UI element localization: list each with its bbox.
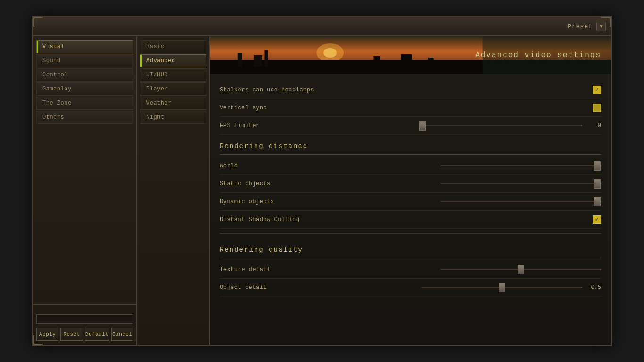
- setting-row-static-objects: Static objects: [220, 175, 601, 193]
- sidebar-item-label: The Zone: [42, 100, 72, 107]
- setting-row-dynamic-objects: Dynamic objects: [220, 193, 601, 211]
- tab-weather[interactable]: Weather: [140, 97, 206, 110]
- world-slider-track[interactable]: [441, 165, 601, 166]
- fps-slider-container: 0: [422, 123, 601, 129]
- texture-slider-track[interactable]: [441, 269, 601, 270]
- section-title: Rendering distance: [220, 142, 308, 150]
- setting-control: [441, 183, 601, 184]
- sidebar-item-label: Sound: [42, 58, 61, 64]
- setting-control: [441, 269, 601, 270]
- tab-advanced[interactable]: Advanced: [140, 54, 206, 67]
- corner-tl: [33, 17, 43, 27]
- sidebar-item-label: Visual: [42, 43, 64, 50]
- rendering-quality-header: Rendering quality: [220, 239, 601, 258]
- setting-label: Texture detail: [220, 266, 441, 273]
- tab-label: UI/HUD: [146, 72, 168, 78]
- setting-label: Stalkers can use headlamps: [220, 87, 593, 93]
- fps-value: 0: [587, 123, 601, 129]
- setting-control: [441, 165, 601, 166]
- svg-rect-5: [254, 55, 262, 67]
- headlamps-checkbox[interactable]: ✓: [593, 86, 601, 94]
- setting-label: FPS Limiter: [220, 123, 422, 129]
- preset-label: Preset: [568, 23, 593, 30]
- cancel-button[interactable]: Cancel: [111, 328, 133, 341]
- setting-row-headlamps: Stalkers can use headlamps ✓: [220, 81, 601, 99]
- sidebar-item-sound[interactable]: Sound: [36, 54, 133, 67]
- setting-label: Object detail: [220, 284, 422, 291]
- object-detail-slider-track[interactable]: [422, 287, 582, 288]
- object-detail-slider-thumb[interactable]: [499, 283, 505, 292]
- settings-title: Advanced video settings: [475, 51, 601, 59]
- check-mark: ✓: [595, 86, 598, 93]
- setting-row-fps-limiter: FPS Limiter 0: [220, 117, 601, 135]
- setting-label: Vertical sync: [220, 105, 593, 111]
- sidebar-item-label: Control: [42, 72, 68, 78]
- dynamic-slider-track[interactable]: [441, 201, 601, 202]
- distant-shadow-checkbox[interactable]: ✓: [593, 215, 601, 224]
- setting-row-object-detail: Object detail 0.5: [220, 279, 601, 296]
- setting-control: [441, 201, 601, 202]
- fps-slider-track[interactable]: [422, 125, 582, 126]
- progress-bar: [36, 314, 133, 324]
- settings-header: Advanced video settings: [210, 36, 611, 74]
- sidebar-item-visual[interactable]: Visual: [36, 40, 133, 53]
- static-slider-track[interactable]: [441, 183, 601, 184]
- svg-point-2: [323, 48, 337, 58]
- action-buttons: Apply Reset Default Cancel: [36, 328, 133, 341]
- svg-rect-9: [428, 58, 434, 67]
- sidebar-item-label: Gameplay: [42, 86, 72, 92]
- tab-label: Advanced: [146, 58, 175, 64]
- dynamic-slider-thumb[interactable]: [594, 197, 601, 206]
- setting-row-world: World: [220, 157, 601, 175]
- nav-tabs: Visual Sound Control Gameplay The Zone O…: [33, 36, 136, 304]
- tab-night[interactable]: Night: [140, 111, 206, 124]
- setting-control: ✓: [593, 86, 601, 94]
- setting-label: Static objects: [220, 181, 441, 187]
- bottom-bar: Apply Reset Default Cancel: [33, 304, 136, 345]
- left-panel: Visual Sound Control Gameplay The Zone O…: [33, 36, 137, 345]
- fps-slider-thumb[interactable]: [419, 121, 426, 131]
- svg-rect-8: [401, 54, 412, 67]
- tab-label: Player: [146, 86, 168, 92]
- tab-player[interactable]: Player: [140, 82, 206, 96]
- sidebar-item-the-zone[interactable]: The Zone: [36, 97, 133, 110]
- setting-control: 0.5: [422, 284, 601, 291]
- tab-label: Weather: [146, 100, 172, 107]
- setting-control: ✓: [593, 215, 601, 224]
- top-bar: Preset ▼: [33, 17, 611, 36]
- setting-control: [593, 104, 601, 112]
- reset-button[interactable]: Reset: [60, 328, 83, 341]
- setting-label: Distant Shadow Culling: [220, 216, 593, 223]
- tab-uihud[interactable]: UI/HUD: [140, 68, 206, 82]
- check-mark: ✓: [595, 216, 598, 223]
- svg-rect-7: [374, 56, 380, 67]
- divider: [220, 233, 601, 234]
- world-slider-thumb[interactable]: [594, 161, 601, 171]
- sidebar-item-others[interactable]: Others: [36, 111, 133, 124]
- settings-panel: Advanced video settings Stalkers can use…: [210, 36, 611, 345]
- setting-row-vsync: Vertical sync: [220, 99, 601, 117]
- object-detail-slider-container: 0.5: [422, 284, 601, 291]
- tab-basic[interactable]: Basic: [140, 40, 206, 53]
- setting-row-texture-detail: Texture detail: [220, 261, 601, 279]
- svg-rect-6: [265, 50, 268, 67]
- corner-tr: [601, 17, 611, 27]
- setting-row-distant-shadow: Distant Shadow Culling ✓: [220, 211, 601, 229]
- sidebar-item-label: Others: [42, 114, 64, 121]
- tab-label: Night: [146, 114, 165, 121]
- preset-area: Preset ▼: [568, 22, 606, 31]
- main-content: Visual Sound Control Gameplay The Zone O…: [33, 36, 611, 345]
- settings-content[interactable]: Stalkers can use headlamps ✓ Vertical sy…: [210, 74, 611, 345]
- default-button[interactable]: Default: [85, 328, 109, 341]
- rendering-distance-header: Rendering distance: [220, 135, 601, 155]
- main-window: Preset ▼ Visual Sound Control Gameplay: [32, 16, 612, 346]
- sidebar-item-control[interactable]: Control: [36, 68, 133, 82]
- svg-rect-4: [238, 53, 242, 67]
- sidebar-item-gameplay[interactable]: Gameplay: [36, 82, 133, 96]
- tab-label: Basic: [146, 43, 165, 50]
- texture-slider-thumb[interactable]: [518, 265, 524, 274]
- middle-panel: Basic Advanced UI/HUD Player Weather Nig…: [137, 36, 210, 345]
- object-detail-value: 0.5: [587, 284, 601, 291]
- vsync-checkbox[interactable]: [593, 104, 601, 112]
- static-slider-thumb[interactable]: [594, 179, 601, 189]
